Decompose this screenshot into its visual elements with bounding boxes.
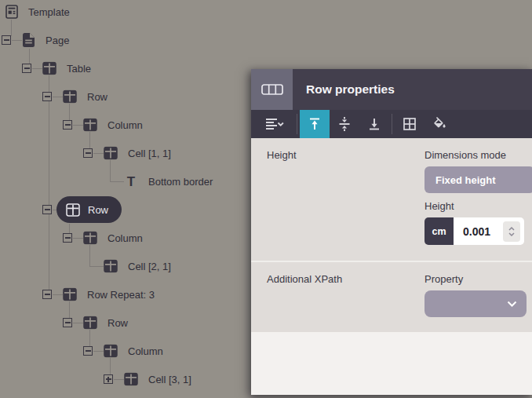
tree-connector-line <box>110 358 111 374</box>
tree-node-label: Row <box>107 317 128 329</box>
page-icon <box>22 32 35 48</box>
tree-node-column[interactable]: Column <box>104 345 163 358</box>
unit-box: cm <box>425 217 454 245</box>
tree-node-row-selected[interactable]: Row <box>56 196 122 223</box>
alignment-menu-button[interactable] <box>256 110 292 138</box>
property-dropdown[interactable] <box>425 290 527 317</box>
table-icon <box>83 232 97 245</box>
tree-node-template[interactable]: Template <box>5 5 70 19</box>
tree-connector-line <box>11 20 12 36</box>
tree-node-column[interactable]: Column <box>83 232 143 245</box>
tree-node-cell-3-1[interactable]: Cell [3, 1] <box>124 373 191 386</box>
tree-node-label: Page <box>46 35 69 46</box>
tree-node-cell-2-1[interactable]: Cell [2, 1] <box>104 260 171 273</box>
tree-node-label: Column <box>128 345 163 357</box>
vertical-align-middle-icon <box>337 116 352 132</box>
tree-connector-line <box>89 132 90 148</box>
table-icon <box>63 90 77 104</box>
paint-bucket-icon <box>432 117 447 132</box>
tree-node-page[interactable]: Page <box>22 32 69 48</box>
tree-node-row-repeat[interactable]: Row Repeat: 3 <box>63 288 155 301</box>
tree-connector-line <box>110 181 124 182</box>
expander-collapse[interactable] <box>63 233 72 243</box>
vertical-align-bottom-button[interactable] <box>359 110 389 138</box>
vertical-align-top-button[interactable] <box>300 110 330 138</box>
section-label: Height <box>267 149 425 261</box>
section-label: Additional XPath <box>267 273 425 332</box>
height-input[interactable]: 0.001 <box>454 217 524 245</box>
panel-header: Row properties <box>251 69 532 110</box>
table-icon <box>104 147 118 160</box>
tree-node-label: Table <box>67 63 91 75</box>
expander-collapse[interactable] <box>42 92 52 101</box>
vertical-align-bottom-icon <box>366 116 382 132</box>
tree-connector-line <box>53 97 63 97</box>
tree-connector-line <box>73 323 83 323</box>
panel-title: Row properties <box>293 69 395 110</box>
tree-connector-line <box>49 75 49 290</box>
section-height: Height Dimensions mode Fixed height Heig… <box>251 138 532 261</box>
quantity-stepper[interactable] <box>503 221 520 242</box>
expander-collapse[interactable] <box>63 120 72 130</box>
tree-connector-line <box>93 351 104 352</box>
expander-expand[interactable] <box>104 374 113 384</box>
row-properties-panel: Row properties <box>251 69 532 395</box>
tree-node-cell-1-1[interactable]: Cell [1, 1] <box>104 147 171 160</box>
height-value: 0.001 <box>463 225 503 238</box>
tree-node-row[interactable]: Row <box>83 316 128 330</box>
table-borders-button[interactable] <box>395 110 425 138</box>
align-lines-chevron-icon <box>264 116 284 132</box>
chevron-down-icon <box>507 301 517 307</box>
tree-node-label: Bottom border <box>148 176 213 188</box>
tree-connector-line <box>89 330 90 346</box>
section-additional-xpath: Additional XPath Property <box>251 262 532 332</box>
tree-node-label: Cell [1, 1] <box>128 148 171 159</box>
table-icon <box>104 345 118 358</box>
field-label-dimensions-mode: Dimensions mode <box>425 149 506 161</box>
field-label-property: Property <box>425 273 463 285</box>
expander-collapse[interactable] <box>83 346 93 356</box>
field-label-height: Height <box>425 200 454 212</box>
text-icon: T <box>124 175 138 188</box>
tree-node-label: Row <box>87 91 107 103</box>
tree-connector-line <box>89 266 104 267</box>
tree-node-table[interactable]: Table <box>42 62 91 75</box>
table-icon <box>83 316 97 330</box>
spinner-chevrons-icon <box>508 226 516 237</box>
tree-connector-line <box>69 301 70 318</box>
tree-node-label: Column <box>107 119 143 131</box>
fill-color-button[interactable] <box>425 110 454 138</box>
tree-node-column[interactable]: Column <box>83 119 143 132</box>
tree-connector-line <box>114 379 124 380</box>
vertical-align-top-icon <box>307 116 322 132</box>
tree-node-label: Row <box>88 204 108 216</box>
tree-node-label: Column <box>107 232 143 244</box>
row-icon <box>261 84 283 95</box>
template-icon <box>5 5 18 19</box>
height-input-group: cm 0.001 <box>425 217 524 245</box>
expander-collapse[interactable] <box>22 64 31 73</box>
tree-connector-line <box>73 125 83 126</box>
table-icon <box>63 288 77 301</box>
tree-connector-line <box>73 238 83 239</box>
expander-collapse[interactable] <box>42 290 52 299</box>
vertical-align-middle-button[interactable] <box>330 110 359 138</box>
expander-collapse[interactable] <box>63 318 72 327</box>
tree-node-row[interactable]: Row <box>63 90 107 104</box>
expander-collapse[interactable] <box>2 35 11 45</box>
tree-connector-line <box>89 245 90 266</box>
tree-node-bottom-border[interactable]: T Bottom border <box>124 175 213 188</box>
expander-collapse[interactable] <box>42 205 52 214</box>
tree-connector-line <box>12 40 22 41</box>
tree-connector-line <box>69 224 70 233</box>
expander-collapse[interactable] <box>83 148 93 158</box>
tree-node-label: Cell [3, 1] <box>148 374 191 385</box>
toolbar-separator <box>297 114 297 134</box>
toolbar-separator <box>392 114 392 134</box>
tree-connector-line <box>32 68 42 69</box>
panel-toolbar <box>251 110 532 138</box>
tree-node-label: Row Repeat: 3 <box>87 289 155 301</box>
dimensions-mode-button[interactable]: Fixed height <box>425 166 532 193</box>
table-icon <box>124 373 138 386</box>
table-icon <box>42 62 56 75</box>
